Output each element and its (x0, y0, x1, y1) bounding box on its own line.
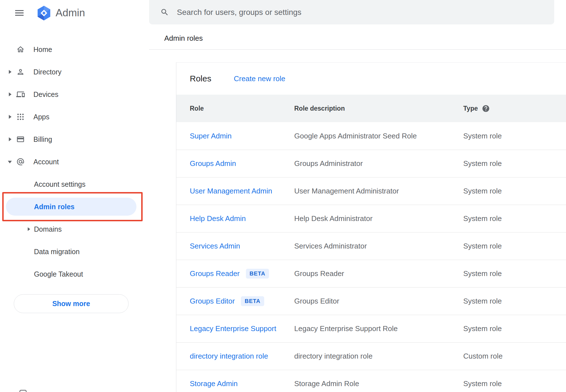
role-cell: User Management Admin (190, 187, 294, 195)
role-cell: Services Admin (190, 242, 294, 250)
app-brand[interactable]: Admin (36, 5, 85, 21)
role-description: User Management Administrator (294, 187, 463, 195)
table-row: Super Admin Google Apps Administrator Se… (176, 122, 566, 150)
sidebar-item-label: Account (33, 158, 59, 166)
table-row: Legacy Enterprise Support Legacy Enterpr… (176, 315, 566, 342)
expand-arrow-icon[interactable] (6, 90, 14, 99)
sidebar-item-account[interactable]: Account (0, 151, 149, 173)
expand-arrow-icon[interactable] (6, 113, 14, 121)
show-more-button[interactable]: Show more (14, 294, 129, 313)
table-row: Groups Editor BETA Groups Editor System … (176, 287, 566, 315)
search-input[interactable] (177, 0, 554, 24)
credit-card-icon (16, 135, 25, 143)
role-link[interactable]: Help Desk Admin (190, 214, 246, 223)
menu-icon[interactable] (13, 7, 26, 19)
role-type: System role (463, 379, 566, 388)
role-description: Groups Reader (294, 269, 463, 278)
expand-arrow-icon[interactable] (6, 135, 14, 143)
role-description: Groups Editor (294, 297, 463, 306)
search-icon[interactable] (160, 8, 169, 17)
role-type: System role (463, 159, 566, 168)
column-header-description: Role description (294, 105, 463, 112)
roles-card: Roles Create new role Role Role descript… (176, 62, 566, 392)
roles-title: Roles (190, 74, 211, 83)
at-sign-icon (16, 158, 25, 166)
role-link[interactable]: Groups Admin (190, 159, 236, 168)
role-cell: Help Desk Admin (190, 214, 294, 223)
sidebar-item-label: Home (33, 45, 52, 54)
role-link[interactable]: Super Admin (190, 132, 232, 140)
roles-card-header: Roles Create new role (176, 63, 566, 95)
role-description: Legacy Enterprise Support Role (294, 324, 463, 333)
table-row: Help Desk Admin Help Desk Administrator … (176, 205, 566, 232)
role-link[interactable]: Legacy Enterprise Support (190, 324, 276, 333)
sidebar-item-directory[interactable]: Directory (0, 61, 149, 83)
expand-arrow-icon[interactable] (6, 68, 14, 76)
sidebar-item-label: Domains (34, 225, 62, 233)
sidebar-item-label: Billing (33, 135, 52, 143)
sidebar-item-data-migration[interactable]: Data migration (0, 240, 149, 263)
sidebar-item-domains[interactable]: Domains (0, 218, 149, 240)
role-description: Services Administrator (294, 242, 463, 250)
table-row: directory integration role directory int… (176, 342, 566, 370)
table-row: Services Admin Services Administrator Sy… (176, 232, 566, 260)
sidebar-footer-icon[interactable] (19, 389, 27, 392)
app-header: Admin (0, 0, 149, 26)
role-type: System role (463, 297, 566, 306)
sidebar-item-google-takeout[interactable]: Google Takeout (0, 263, 149, 285)
sidebar-item-apps[interactable]: Apps (0, 106, 149, 128)
devices-icon (16, 90, 25, 99)
app-title: Admin (56, 7, 85, 19)
sidebar-item-label: Account settings (34, 180, 85, 188)
sidebar-item-devices[interactable]: Devices (0, 83, 149, 106)
table-body: Super Admin Google Apps Administrator Se… (176, 122, 566, 392)
create-new-role-link[interactable]: Create new role (234, 74, 286, 83)
role-description: Help Desk Administrator (294, 214, 463, 223)
role-link[interactable]: Services Admin (190, 242, 240, 250)
table-row: User Management Admin User Management Ad… (176, 177, 566, 205)
role-type: System role (463, 214, 566, 223)
role-link[interactable]: Storage Admin (190, 379, 238, 388)
sidebar-item-label: Apps (33, 113, 49, 121)
column-header-type-label: Type (463, 105, 478, 112)
role-cell: Super Admin (190, 132, 294, 140)
role-description: Groups Administrator (294, 159, 463, 168)
help-icon[interactable] (482, 104, 490, 113)
sidebar: Admin Home Directory (0, 0, 149, 392)
sidebar-item-label: Admin roles (34, 203, 74, 211)
sidebar-item-billing[interactable]: Billing (0, 128, 149, 151)
role-link[interactable]: Groups Reader (190, 269, 240, 278)
table-row: Groups Admin Groups Administrator System… (176, 150, 566, 177)
table-row: Groups Reader BETA Groups Reader System … (176, 260, 566, 287)
role-type: System role (463, 132, 566, 140)
role-type: System role (463, 269, 566, 278)
sidebar-item-home[interactable]: Home (0, 38, 149, 61)
apps-icon (16, 113, 25, 121)
role-cell: Groups Admin (190, 159, 294, 168)
sidebar-item-admin-roles[interactable]: Admin roles (0, 195, 149, 218)
sidebar-item-account-settings[interactable]: Account settings (0, 173, 149, 195)
role-cell: Groups Reader BETA (190, 269, 294, 279)
main-content: Admin roles Roles Create new role Role R… (149, 0, 566, 392)
table-header-row: Role Role description Type (176, 95, 566, 122)
person-icon (16, 68, 25, 76)
role-type: System role (463, 242, 566, 250)
role-type: System role (463, 187, 566, 195)
role-description: Google Apps Administrator Seed Role (294, 132, 463, 140)
role-cell: Legacy Enterprise Support (190, 324, 294, 333)
breadcrumb: Admin roles (164, 34, 203, 43)
role-link[interactable]: directory integration role (190, 352, 268, 361)
role-link[interactable]: User Management Admin (190, 187, 272, 195)
role-cell: Storage Admin (190, 379, 294, 388)
beta-badge: BETA (246, 269, 269, 279)
search-bar[interactable] (149, 0, 554, 24)
sidebar-item-label: Devices (33, 90, 58, 99)
beta-badge: BETA (241, 296, 264, 306)
collapse-arrow-icon[interactable] (6, 158, 14, 166)
expand-arrow-icon[interactable] (25, 225, 32, 233)
role-link[interactable]: Groups Editor (190, 297, 235, 306)
admin-logo-icon (36, 5, 52, 21)
home-icon (16, 45, 25, 54)
sidebar-item-label: Data migration (34, 248, 80, 256)
role-description: Storage Admin Role (294, 379, 463, 388)
